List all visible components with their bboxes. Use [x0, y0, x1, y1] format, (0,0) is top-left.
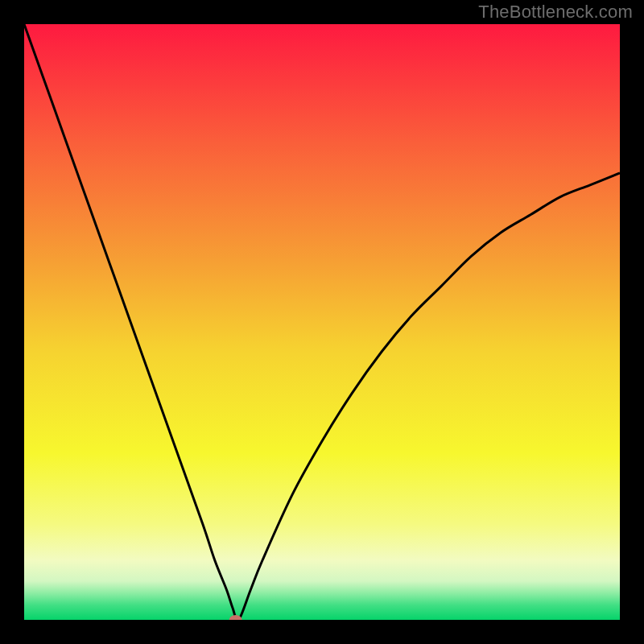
- bottleneck-chart: [24, 24, 620, 620]
- watermark-text: TheBottleneck.com: [478, 2, 633, 23]
- gradient-background: [24, 24, 620, 620]
- chart-frame: TheBottleneck.com: [0, 0, 644, 644]
